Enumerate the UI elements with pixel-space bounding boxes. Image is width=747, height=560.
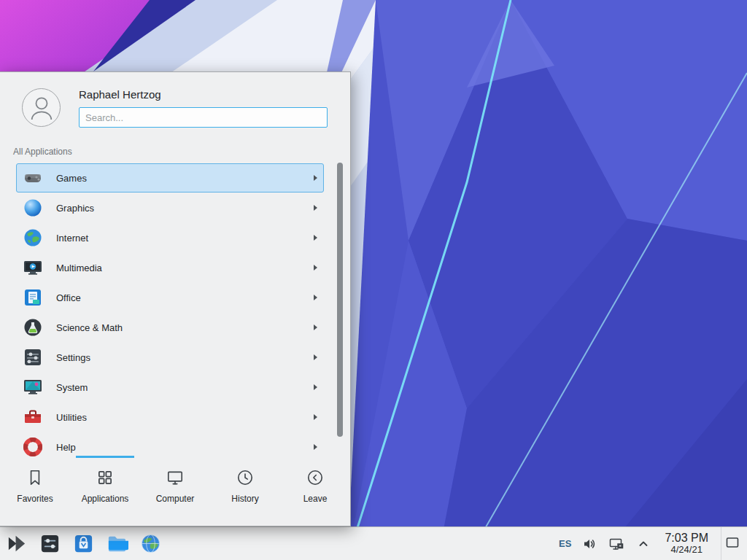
tab-label: History [231, 494, 258, 504]
graphics-icon [23, 198, 43, 218]
user-icon [25, 91, 58, 125]
category-label: Help [56, 442, 76, 453]
digital-clock[interactable]: 7:03 PM 4/24/21 [662, 532, 711, 555]
network-button[interactable] [608, 535, 625, 553]
section-label: All Applications [13, 147, 72, 157]
category-label: System [56, 382, 88, 393]
category-label: Settings [56, 352, 90, 363]
category-row-settings[interactable]: Settings [16, 343, 324, 372]
settings-app-launcher[interactable] [36, 529, 63, 559]
network-icon [608, 536, 624, 552]
tab-computer[interactable]: Computer [140, 456, 210, 526]
category-row-help[interactable]: Help [16, 432, 324, 457]
tab-favorites[interactable]: Favorites [0, 456, 70, 526]
web-browser-icon [139, 532, 162, 555]
file-manager-launcher[interactable] [104, 529, 130, 559]
category-row-science-math[interactable]: Science & Math [16, 313, 324, 342]
system-icon [23, 377, 43, 397]
volume-icon [581, 536, 597, 552]
keyboard-layout-indicator[interactable]: ES [559, 538, 571, 549]
expand-tray-button[interactable] [635, 535, 652, 553]
category-label: Graphics [56, 203, 94, 214]
search-input[interactable] [79, 107, 328, 128]
history-icon [236, 468, 255, 487]
internet-icon [23, 228, 43, 248]
show-desktop-button[interactable] [721, 527, 743, 560]
clock-time: 7:03 PM [665, 532, 708, 545]
file-manager-icon [106, 532, 128, 555]
taskbar: ES 7:03 PM 4/24/21 [0, 526, 747, 560]
games-icon [23, 168, 43, 188]
category-row-internet[interactable]: Internet [16, 223, 324, 252]
scrollbar-track[interactable] [337, 163, 343, 457]
category-row-office[interactable]: Office [16, 283, 324, 312]
submenu-arrow-icon [314, 354, 317, 360]
help-icon [23, 437, 43, 457]
submenu-arrow-icon [314, 295, 317, 300]
favorites-icon [26, 468, 44, 487]
submenu-arrow-icon [314, 384, 317, 390]
multimedia-icon [23, 257, 43, 278]
tab-label: Applications [82, 494, 129, 504]
category-label: Science & Math [56, 322, 123, 333]
tab-label: Favorites [17, 494, 53, 504]
computer-icon [166, 468, 185, 487]
submenu-arrow-icon [314, 265, 317, 271]
kickoff-launcher[interactable] [3, 529, 29, 559]
science-icon [23, 317, 43, 338]
category-list: GamesGraphicsInternetMultimediaOfficeSci… [0, 163, 350, 457]
category-row-system[interactable]: System [16, 373, 324, 402]
discover-app-launcher[interactable] [70, 529, 96, 559]
tab-label: Leave [303, 494, 328, 504]
applications-icon [96, 468, 115, 487]
category-label: Multimedia [56, 262, 102, 273]
submenu-arrow-icon [314, 205, 317, 211]
expand-tray-icon [638, 538, 649, 550]
web-browser-launcher[interactable] [137, 529, 163, 559]
category-row-graphics[interactable]: Graphics [16, 193, 324, 222]
office-icon [23, 287, 43, 308]
utilities-icon [23, 407, 43, 427]
clock-date: 4/24/21 [671, 545, 703, 556]
user-avatar[interactable] [22, 88, 61, 127]
category-row-multimedia[interactable]: Multimedia [16, 253, 324, 282]
kickoff-icon [5, 532, 28, 555]
submenu-arrow-icon [314, 235, 317, 241]
category-label: Office [56, 292, 81, 303]
show-desktop-icon [724, 534, 740, 553]
settings-icon [23, 347, 43, 368]
application-launcher-menu: Raphael Hertzog All Applications GamesGr… [0, 71, 351, 526]
submenu-arrow-icon [314, 414, 317, 420]
category-label: Utilities [56, 412, 87, 423]
tab-leave[interactable]: Leave [280, 456, 350, 526]
submenu-arrow-icon [314, 444, 317, 450]
discover-app-icon [72, 532, 95, 555]
tab-history[interactable]: History [210, 456, 280, 526]
settings-app-icon [39, 532, 61, 555]
leave-icon [306, 468, 325, 487]
user-name: Raphael Hertzog [79, 88, 161, 101]
launcher-tab-bar: FavoritesApplicationsComputerHistoryLeav… [0, 456, 350, 526]
submenu-arrow-icon [314, 324, 317, 330]
system-tray: ES 7:03 PM 4/24/21 [559, 527, 747, 560]
category-label: Internet [56, 233, 88, 244]
category-row-games[interactable]: Games [16, 163, 324, 192]
scrollbar-thumb[interactable] [337, 163, 343, 437]
tab-label: Computer [156, 494, 195, 504]
category-label: Games [56, 173, 87, 184]
category-row-utilities[interactable]: Utilities [16, 402, 324, 432]
task-launchers [0, 529, 163, 559]
volume-button[interactable] [581, 535, 598, 553]
submenu-arrow-icon [314, 175, 317, 181]
tab-applications[interactable]: Applications [70, 456, 140, 526]
